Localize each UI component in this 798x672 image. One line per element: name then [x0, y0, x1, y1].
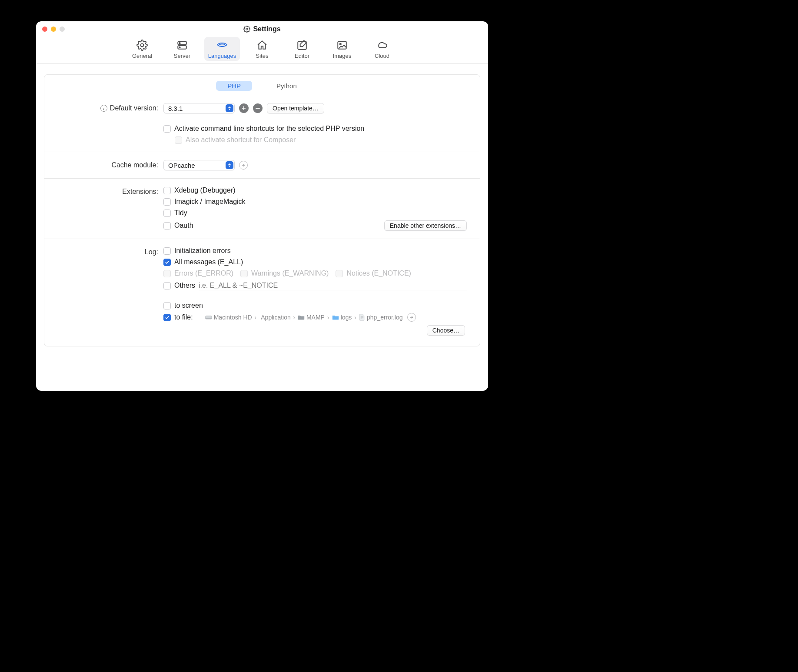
log-notices-label: Notices (E_NOTICE): [346, 269, 411, 277]
tab-general[interactable]: General: [124, 37, 160, 61]
log-all-label: All messages (E_ALL): [174, 258, 243, 266]
activate-cli-checkbox[interactable]: [163, 125, 171, 133]
log-to-file-label: to file:: [174, 313, 193, 321]
window-title: Settings: [253, 25, 280, 33]
server-icon: [176, 40, 188, 51]
default-version-select[interactable]: 8.3.1: [163, 103, 235, 113]
close-window-button[interactable]: [42, 27, 47, 32]
php-settings-panel: PHP Python i Default version: 8.3.: [44, 74, 480, 346]
settings-window: Settings General Server: [36, 21, 488, 391]
file-icon: [359, 314, 365, 321]
tab-cloud[interactable]: Cloud: [364, 37, 400, 61]
disk-icon: [205, 314, 212, 320]
log-notices-checkbox: [336, 270, 343, 277]
tab-server[interactable]: Server: [164, 37, 200, 61]
home-icon: [256, 40, 268, 51]
folder-icon: [298, 314, 305, 320]
tab-label: Languages: [208, 53, 236, 59]
choose-log-file-button[interactable]: Choose…: [427, 325, 465, 336]
tab-label: Images: [333, 53, 352, 59]
cache-module-value: OPcache: [168, 162, 195, 169]
svg-rect-10: [205, 318, 211, 319]
imagick-checkbox[interactable]: [163, 198, 171, 206]
log-others-checkbox[interactable]: [163, 282, 171, 289]
tab-sites[interactable]: Sites: [244, 37, 280, 61]
segment-python[interactable]: Python: [265, 81, 308, 91]
languages-icon: [216, 40, 228, 51]
enable-other-extensions-button[interactable]: Enable other extensions…: [384, 220, 467, 231]
svg-point-5: [180, 47, 180, 48]
log-path-breadcrumb: Macintosh HD › Applications ›: [205, 313, 467, 322]
reveal-log-button[interactable]: [407, 313, 416, 322]
tab-label: Server: [174, 53, 190, 59]
log-warnings-checkbox: [240, 270, 248, 277]
default-version-value: 8.3.1: [168, 105, 183, 112]
oauth-checkbox[interactable]: [163, 222, 171, 230]
imagick-label: Imagick / ImageMagick: [174, 198, 246, 206]
edit-icon: [296, 40, 308, 51]
minimize-window-button[interactable]: [51, 27, 56, 32]
gear-icon: [243, 26, 250, 33]
tab-label: General: [132, 53, 152, 59]
xdebug-label: Xdebug (Debugger): [174, 186, 236, 194]
chevron-up-down-icon: [226, 104, 233, 112]
info-icon[interactable]: i: [100, 105, 107, 112]
log-errors-label: Errors (E_ERROR): [174, 269, 233, 277]
extensions-label: Extensions:: [122, 188, 158, 196]
window-controls: [42, 27, 65, 32]
svg-point-8: [340, 43, 341, 45]
svg-point-4: [180, 43, 180, 43]
language-segmented-control: PHP Python: [44, 75, 480, 95]
activate-composer-checkbox: [175, 136, 182, 144]
remove-version-button[interactable]: [253, 103, 263, 113]
cache-module-label: Cache module:: [111, 161, 158, 169]
tab-label: Sites: [256, 53, 269, 59]
gear-icon: [136, 40, 148, 51]
log-warnings-label: Warnings (E_WARNING): [251, 269, 329, 277]
log-others-input[interactable]: [199, 281, 467, 290]
tab-images[interactable]: Images: [324, 37, 360, 61]
open-template-button[interactable]: Open template…: [267, 103, 324, 113]
tab-label: Editor: [295, 53, 309, 59]
svg-point-0: [246, 28, 248, 30]
tidy-label: Tidy: [174, 209, 187, 217]
activate-composer-label: Also activate shortcut for Composer: [186, 136, 296, 144]
oauth-label: Oauth: [174, 222, 193, 230]
log-to-file-checkbox[interactable]: [163, 314, 171, 321]
log-to-screen-checkbox[interactable]: [163, 302, 171, 309]
segment-php[interactable]: PHP: [216, 81, 252, 91]
tab-languages[interactable]: Languages: [204, 37, 240, 61]
default-version-label: Default version:: [110, 104, 158, 112]
image-icon: [336, 40, 348, 51]
svg-point-1: [141, 44, 144, 47]
log-errors-checkbox: [163, 270, 171, 277]
add-version-button[interactable]: [239, 103, 249, 113]
chevron-up-down-icon: [226, 161, 233, 169]
settings-toolbar: General Server Languages: [36, 35, 488, 64]
titlebar: Settings: [36, 21, 488, 35]
tab-label: Cloud: [375, 53, 389, 59]
xdebug-checkbox[interactable]: [163, 187, 171, 194]
log-label: Log:: [145, 248, 158, 256]
cache-module-select[interactable]: OPcache: [163, 160, 235, 170]
log-others-label: Others: [174, 282, 195, 289]
log-to-screen-label: to screen: [174, 302, 203, 309]
log-all-checkbox[interactable]: [163, 259, 171, 266]
tidy-checkbox[interactable]: [163, 210, 171, 217]
cloud-icon: [376, 40, 388, 51]
log-init-checkbox[interactable]: [163, 247, 171, 255]
activate-cli-label: Activate command line shortcuts for the …: [174, 125, 364, 133]
zoom-window-button: [60, 27, 65, 32]
goto-cache-button[interactable]: [239, 161, 248, 170]
log-init-label: Initialization errors: [174, 247, 231, 255]
tab-editor[interactable]: Editor: [284, 37, 320, 61]
folder-icon: [332, 314, 339, 320]
